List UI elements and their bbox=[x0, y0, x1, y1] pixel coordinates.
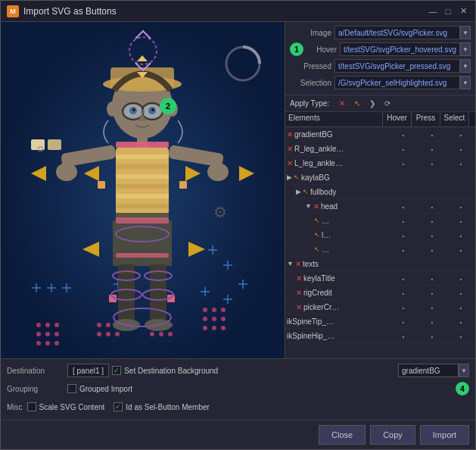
svg-point-26 bbox=[212, 317, 216, 321]
pressed-dropdown[interactable]: ▼ bbox=[460, 59, 471, 73]
svg-point-24 bbox=[221, 308, 226, 312]
destination-label: Destination bbox=[7, 367, 67, 375]
scale-svg-checkbox[interactable] bbox=[27, 402, 36, 411]
dest-dropdown: gradientBG ▼ bbox=[398, 364, 469, 377]
main-content: ⚙ bbox=[1, 22, 475, 358]
table-row[interactable]: ↖ … • • • bbox=[285, 214, 475, 228]
selection-field-row: Selection ▼ bbox=[290, 75, 471, 90]
svg-point-3 bbox=[54, 323, 59, 327]
pressed-field-row: Pressed ▼ bbox=[290, 58, 471, 73]
grouping-label: Grouping bbox=[7, 385, 67, 393]
id-sel-checkbox[interactable]: ✓ bbox=[114, 402, 123, 411]
table-row[interactable]: ✕ L_leg_ankle… • • • bbox=[285, 156, 475, 170]
x-icon: ✕ bbox=[295, 260, 301, 268]
svg-point-25 bbox=[203, 317, 207, 321]
grouped-import-checkbox[interactable] bbox=[67, 384, 76, 393]
svg-point-10 bbox=[97, 323, 101, 327]
image-field-row: Image ▼ bbox=[290, 25, 471, 40]
grouping-row: Grouping Grouped Import 4 bbox=[7, 380, 469, 397]
svg-point-8 bbox=[45, 341, 50, 345]
svg-rect-74 bbox=[150, 264, 166, 325]
svg-rect-84 bbox=[116, 253, 169, 258]
table-row[interactable]: ✕ gradientBG • • • bbox=[285, 127, 475, 142]
app-icon: M bbox=[7, 5, 19, 17]
table-row[interactable]: ▶ ↖ kaylaBG bbox=[285, 170, 475, 185]
hover-input[interactable] bbox=[340, 42, 460, 56]
pressed-input[interactable] bbox=[334, 59, 460, 73]
selection-input[interactable] bbox=[334, 76, 460, 89]
table-row[interactable]: ▼ ✕ head • • • bbox=[285, 199, 475, 214]
table-row[interactable]: ikSpineTip_… • • • bbox=[285, 314, 475, 329]
import-button[interactable]: Import bbox=[420, 425, 469, 445]
hover-label: Hover bbox=[306, 45, 337, 54]
character-svg: ⚙ bbox=[1, 22, 285, 358]
col-select: Select bbox=[440, 112, 469, 127]
table-row[interactable]: ↖ … • • • bbox=[285, 242, 475, 257]
arrow-icon: ↖ bbox=[314, 245, 320, 253]
svg-point-7 bbox=[36, 341, 41, 345]
svg-point-13 bbox=[97, 332, 101, 336]
svg-point-22 bbox=[203, 308, 207, 312]
set-dest-bg-checkbox[interactable]: ✓ bbox=[112, 366, 121, 375]
minimize-button[interactable]: — bbox=[427, 5, 439, 17]
table-row[interactable]: ▶ ↖ fullbody bbox=[285, 185, 475, 199]
svg-point-15 bbox=[115, 332, 120, 336]
hover-field-row: 1 Hover ▼ bbox=[290, 42, 471, 57]
scale-svg-wrap: Scale SVG Content bbox=[27, 402, 105, 411]
table-row[interactable]: ▼ ✕ texts bbox=[285, 257, 475, 271]
image-dropdown[interactable]: ▼ bbox=[460, 26, 471, 39]
maximize-button[interactable]: □ bbox=[442, 5, 454, 17]
tree-toggle[interactable]: ▼ bbox=[305, 202, 312, 210]
character-area: ⚙ bbox=[1, 22, 285, 358]
selection-label: Selection bbox=[290, 79, 331, 87]
svg-point-59 bbox=[132, 108, 135, 111]
svg-point-21 bbox=[168, 332, 173, 336]
svg-point-5 bbox=[45, 332, 50, 336]
col-press: Press bbox=[412, 112, 440, 127]
canvas-panel: ⚙ bbox=[1, 22, 285, 358]
table-row[interactable]: ✕ R_leg_ankle… • • • bbox=[285, 142, 475, 156]
svg-point-80 bbox=[207, 163, 229, 181]
svg-rect-65 bbox=[116, 155, 169, 159]
copy-button[interactable]: Copy bbox=[370, 425, 415, 445]
tree-toggle[interactable]: ▶ bbox=[287, 173, 292, 181]
window-title: Import SVG as Buttons bbox=[23, 6, 427, 17]
image-label: Image bbox=[290, 29, 331, 37]
tree-toggle[interactable]: ▼ bbox=[287, 260, 294, 267]
hover-dropdown[interactable]: ▼ bbox=[460, 42, 471, 56]
selection-dropdown[interactable]: ▼ bbox=[460, 76, 471, 89]
tree-toggle[interactable]: ▶ bbox=[296, 188, 301, 195]
close-window-button[interactable]: ✕ bbox=[457, 5, 469, 17]
titlebar: M Import SVG as Buttons — □ ✕ bbox=[1, 1, 475, 22]
image-fields: Image ▼ 1 Hover ▼ Pressed ▼ bbox=[285, 22, 475, 95]
id-sel-wrap: ✓ Id as Sel-Button Member bbox=[114, 402, 210, 411]
table-row[interactable]: ✕ keylaTitle • • • bbox=[285, 271, 475, 286]
table-row[interactable]: ikSpineHip_… • • • bbox=[285, 329, 475, 343]
svg-rect-92 bbox=[48, 139, 61, 150]
close-button[interactable]: Close bbox=[319, 425, 366, 445]
svg-rect-69 bbox=[116, 194, 169, 198]
svg-point-1 bbox=[36, 323, 41, 327]
misc-label: Misc bbox=[7, 403, 23, 411]
dest-arrow[interactable]: ▼ bbox=[459, 364, 469, 377]
bottom-area: Destination [ panel1 ] ✓ Set Destination… bbox=[1, 358, 475, 449]
destination-bracket: [ panel1 ] bbox=[67, 364, 109, 377]
elements-header: Elements Hover Press Select bbox=[285, 112, 475, 127]
svg-text:⚙: ⚙ bbox=[213, 204, 227, 220]
bottom-panel: Destination [ panel1 ] ✓ Set Destination… bbox=[1, 358, 475, 420]
badge-1: 1 bbox=[290, 42, 303, 56]
scale-svg-label: Scale SVG Content bbox=[39, 403, 105, 411]
table-row[interactable]: ✕ pickerCr… • • • bbox=[285, 300, 475, 314]
apply-icon-chevron[interactable]: ❯ bbox=[366, 97, 379, 111]
svg-rect-68 bbox=[116, 184, 169, 189]
main-window: M Import SVG as Buttons — □ ✕ bbox=[0, 0, 476, 450]
apply-icon-arrow[interactable]: ↖ bbox=[350, 97, 364, 111]
apply-icon-refresh[interactable]: ⟳ bbox=[381, 97, 394, 111]
elements-body[interactable]: ✕ gradientBG • • • ✕ R_leg_ankle… • bbox=[285, 127, 475, 358]
table-row[interactable]: ✕ rigCredit • • • bbox=[285, 286, 475, 300]
image-input[interactable] bbox=[334, 26, 460, 39]
svg-rect-82 bbox=[116, 142, 169, 148]
table-row[interactable]: ↖ l… • • • bbox=[285, 228, 475, 242]
action-buttons: Close Copy Import bbox=[1, 420, 475, 449]
apply-icon-x[interactable]: ✕ bbox=[335, 97, 349, 111]
